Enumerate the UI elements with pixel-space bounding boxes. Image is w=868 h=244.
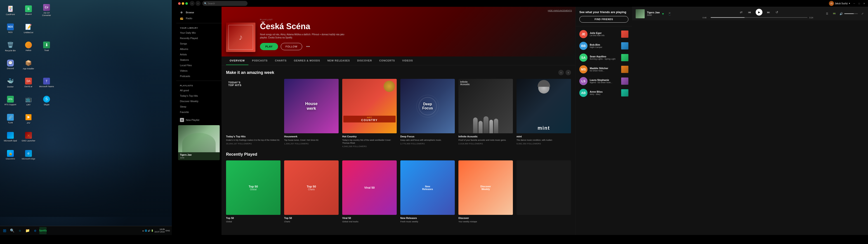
sidebar-item-albums[interactable]: Albums [176, 46, 221, 52]
sidebar-item-todays-top[interactable]: Today's Top Hits [176, 93, 221, 98]
section-next-button[interactable]: › [565, 70, 571, 75]
play-pause-button[interactable]: ▶ [756, 9, 763, 16]
card-top-hits[interactable]: Today'sTop Hits Today's Top Hits Drake's… [226, 79, 281, 148]
np-heart-button[interactable]: ♥ [662, 12, 664, 16]
tab-discover[interactable]: DISCOVER [353, 57, 375, 65]
volume-icon[interactable]: 🔊 [839, 12, 843, 16]
friend-item-bob[interactable]: BB Bob-Bim Night Camper [576, 40, 632, 52]
desktop-icon-gw2[interactable]: ⚔ GW2 Launcher [20, 128, 37, 146]
card-mint[interactable]: mint mint The dance music condition, wit… [517, 79, 571, 148]
sidebar-item-songs[interactable]: Songs [176, 41, 221, 46]
hide-announcements-link[interactable]: HIDE ANNOUNCEMENTS [548, 9, 572, 12]
card-new-releases[interactable]: NewReleases New Releases Fresh music wee… [400, 160, 455, 223]
card-infinite-acoustic[interactable]: InfiniteAcoustic Infinite Acoustic Proof… [458, 79, 513, 148]
fullscreen-button[interactable]: ⤢ [861, 11, 864, 16]
progress-track[interactable] [711, 17, 807, 18]
taskbar-spotify[interactable]: Spotify [39, 227, 46, 234]
desktop-icon-helios[interactable]: Helios [20, 38, 37, 55]
tray-arrow[interactable]: ▲ [142, 230, 144, 232]
now-playing-mini-card[interactable]: Tigers Jaw June [178, 125, 220, 160]
window-minimize[interactable]: ─ [852, 1, 856, 5]
desktop-icon-appinstaller[interactable]: 📦 App Installer [20, 56, 37, 73]
friend-item-julie[interactable]: JE Julie Eger Let this hide info [576, 28, 632, 40]
shuffle-button[interactable]: ⇄ [739, 9, 743, 15]
friend-item-anne[interactable]: AB Anne Bliss story - diary [576, 87, 632, 99]
sidebar-item-discover[interactable]: Discover Weekly [176, 98, 221, 104]
desktop-icon-ngs[interactable]: NGS NGS [2, 20, 19, 37]
back-button[interactable]: ‹ [190, 1, 195, 6]
card-hot-country[interactable]: HOT COUNTRY Hot Country Today's top coun… [342, 79, 397, 148]
friend-item-laura[interactable]: LS Laura Stephanie legend - Ed sheer Not… [576, 75, 632, 87]
friend-item-maddie[interactable]: MS Maddie Stitcher Ed sheer Note... [576, 63, 632, 75]
tray-network[interactable]: 🌐 [145, 230, 147, 232]
card-top50-global[interactable]: Top 50 Global Top 50 Global [226, 160, 281, 223]
close-button[interactable] [178, 2, 181, 5]
tab-genres-moods[interactable]: GENRES & MOODS [290, 57, 324, 65]
card-viral50[interactable]: Viral 50 Viral 50 Global viral tracks [342, 160, 397, 223]
desktop-icon-crt[interactable]: 📺 CRT [20, 92, 37, 109]
desktop-icon-converter[interactable]: C# Aio C# Converter [38, 2, 55, 19]
sidebar-item-stations[interactable]: Stations [176, 57, 221, 63]
sidebar-item-radio[interactable]: 📻 Radio [176, 16, 221, 21]
tab-charts[interactable]: CHARTS [271, 57, 290, 65]
tray-volume[interactable]: 🔊 [148, 230, 150, 232]
sidebar-item-videos[interactable]: Videos [176, 68, 221, 73]
desktop-icon-skype[interactable]: S Skype [38, 92, 55, 109]
desktop-icon-recycle[interactable]: 🗑️ Recycle Bin [2, 38, 19, 55]
tab-concerts[interactable]: CONCERTS [376, 57, 399, 65]
tab-overview[interactable]: OVERVIEW [226, 57, 248, 65]
desktop-icon-tixati[interactable]: ⬇ Tixati [38, 38, 55, 55]
tab-podcasts[interactable]: PODCASTS [248, 57, 271, 65]
window-close[interactable]: ✕ [862, 1, 866, 5]
desktop-icon-davidar[interactable]: DA DaVid.ar [20, 74, 37, 91]
card-deep-focus[interactable]: DeepFocus Deep Focus Keep calm and focus… [400, 79, 455, 148]
find-friends-button[interactable]: FIND FRIENDS [579, 16, 628, 23]
minimize-button[interactable] [182, 2, 184, 5]
desktop-icon-tlink[interactable]: 🔗 TLink [2, 110, 19, 127]
next-button[interactable]: ⏭ [766, 9, 771, 15]
card-top50-czech[interactable]: Top 50 Charts Top 50 Charts [284, 160, 339, 223]
tab-new-releases[interactable]: NEW RELEASES [324, 57, 353, 65]
sidebar-item-favorite[interactable]: Favorite [176, 109, 221, 115]
desktop-icon-sharex[interactable]: S ShareX [20, 2, 37, 19]
maximize-button[interactable] [185, 2, 188, 5]
forward-button[interactable]: › [195, 1, 200, 6]
repeat-button[interactable]: ↺ [775, 9, 779, 15]
sidebar-item-podcasts[interactable]: Podcasts [176, 73, 221, 79]
prev-button[interactable]: ⏮ [747, 9, 752, 15]
sidebar-item-artists[interactable]: Artists [176, 52, 221, 57]
search-input[interactable] [208, 2, 246, 5]
sidebar-item-all-good[interactable]: All good [176, 88, 221, 93]
sidebar-item-recently-played[interactable]: Recently Played [176, 35, 221, 41]
taskbar-cortana[interactable]: ○ [16, 227, 24, 234]
desktop-icon-edge[interactable]: e Microsoft Edge [20, 146, 37, 163]
sidebar-item-sleep[interactable]: Sleep [176, 104, 221, 109]
desktop-icon-docker[interactable]: 🐳 Docker [2, 74, 19, 91]
card-discover[interactable]: DiscoverWeekly Discover Your weekly mixt… [458, 160, 513, 223]
card-housewerk[interactable]: Housewerk Housewerk Top house tunes. Cov… [284, 79, 339, 148]
sidebar-item-browse[interactable]: ⊕ Browse [176, 9, 221, 16]
start-button[interactable]: ⊞ [1, 227, 8, 234]
friend-item-sean[interactable]: SA Sean Aquilino Burning Lights - Spring… [576, 52, 632, 63]
desktop-icon-untitled[interactable]: 📝 Untitled.txt [20, 20, 37, 37]
keyboard-lang[interactable]: ENG [165, 230, 170, 232]
new-playlist-button[interactable]: + New Playlist [176, 117, 221, 123]
user-menu[interactable]: JS Jakub Suchý ▼ [829, 1, 850, 6]
desktop-icon-glasswire[interactable]: 🔒 GlassWire [2, 146, 19, 163]
tab-videos[interactable]: VIDEOS [399, 57, 416, 65]
hero-more-button[interactable]: ••• [305, 43, 311, 50]
desktop-icon-teams[interactable]: T Microsoft Teams [38, 74, 55, 91]
section-prev-button[interactable]: ‹ [558, 70, 564, 75]
taskbar-search[interactable]: 🔍 [8, 227, 16, 234]
desktop-icon-jav[interactable]: ▶️ JAV [20, 110, 37, 127]
np-devices-button[interactable]: 📱 [668, 12, 671, 16]
desktop-icon-cardpoint[interactable]: 🃏 CardPoint [2, 2, 19, 19]
desktop-icon-rts[interactable]: RTS RTS Support [2, 92, 19, 109]
sidebar-item-daily-mix[interactable]: Your Daily Mix [176, 30, 221, 35]
volume-track[interactable] [844, 13, 858, 14]
devices-button[interactable]: 📟 [832, 11, 837, 16]
hero-play-button[interactable]: PLAY [260, 43, 278, 50]
desktop-icon-discord[interactable]: 💬 Discord [2, 56, 19, 73]
hero-follow-button[interactable]: FOLLOW [281, 43, 302, 50]
taskbar-edge[interactable]: e [32, 227, 39, 234]
